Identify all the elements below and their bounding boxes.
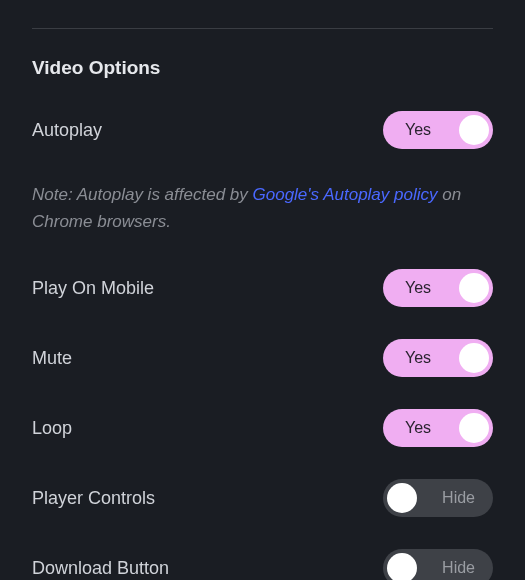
toggle-text: Yes xyxy=(405,419,431,437)
section-divider xyxy=(32,28,493,29)
play-on-mobile-toggle[interactable]: Yes xyxy=(383,269,493,307)
mute-label: Mute xyxy=(32,348,72,369)
option-row-mute: Mute Yes xyxy=(32,339,493,377)
toggle-knob xyxy=(387,483,417,513)
autoplay-note: Note: Autoplay is affected by Google's A… xyxy=(32,181,493,235)
note-prefix: Note: Autoplay is affected by xyxy=(32,185,253,204)
toggle-text: Yes xyxy=(405,279,431,297)
toggle-text: Yes xyxy=(405,121,431,139)
player-controls-toggle[interactable]: Hide xyxy=(383,479,493,517)
player-controls-label: Player Controls xyxy=(32,488,155,509)
toggle-knob xyxy=(459,115,489,145)
mute-toggle[interactable]: Yes xyxy=(383,339,493,377)
toggle-text: Hide xyxy=(442,559,475,577)
toggle-knob xyxy=(387,553,417,580)
toggle-knob xyxy=(459,343,489,373)
download-button-toggle[interactable]: Hide xyxy=(383,549,493,580)
option-row-download-button: Download Button Hide xyxy=(32,549,493,580)
option-row-autoplay: Autoplay Yes xyxy=(32,111,493,149)
option-row-loop: Loop Yes xyxy=(32,409,493,447)
toggle-text: Hide xyxy=(442,489,475,507)
download-button-label: Download Button xyxy=(32,558,169,579)
loop-toggle[interactable]: Yes xyxy=(383,409,493,447)
loop-label: Loop xyxy=(32,418,72,439)
option-row-play-on-mobile: Play On Mobile Yes xyxy=(32,269,493,307)
section-title: Video Options xyxy=(32,57,493,79)
toggle-knob xyxy=(459,273,489,303)
toggle-knob xyxy=(459,413,489,443)
autoplay-policy-link[interactable]: Google's Autoplay policy xyxy=(253,185,438,204)
play-on-mobile-label: Play On Mobile xyxy=(32,278,154,299)
option-row-player-controls: Player Controls Hide xyxy=(32,479,493,517)
autoplay-label: Autoplay xyxy=(32,120,102,141)
autoplay-toggle[interactable]: Yes xyxy=(383,111,493,149)
toggle-text: Yes xyxy=(405,349,431,367)
